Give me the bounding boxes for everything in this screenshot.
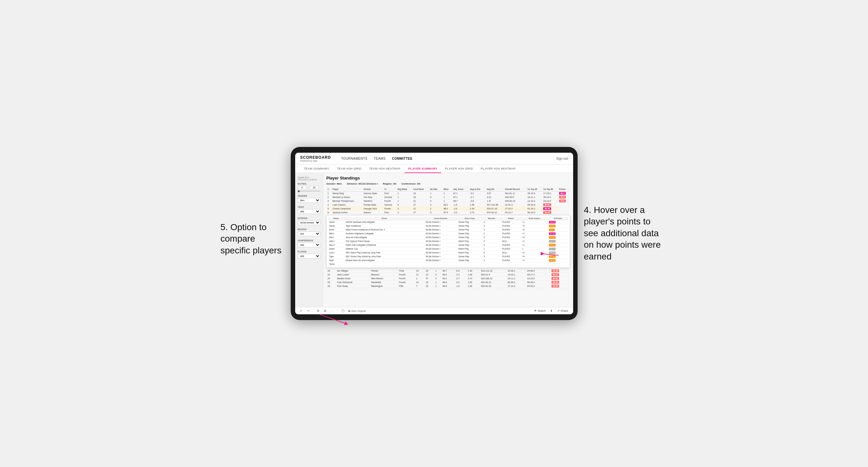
table-header-row: # Player School Yr Reg Rank Conf Rank No… bbox=[327, 187, 570, 192]
slider-thumb[interactable] bbox=[298, 190, 300, 192]
tablet-screen: SCOREBOARD Powered by clipp TOURNAMENTS … bbox=[295, 153, 573, 314]
col-vs-top25: Vs Top 25 bbox=[526, 187, 542, 192]
toolbar-watch[interactable]: 👁 Watch bbox=[533, 309, 547, 313]
tooltip-popup: Player Event Event Division Event Type R… bbox=[327, 215, 570, 268]
sub-navbar: TEAM SUMMARY TEAM H2H GRID TEAM H2H HEAT… bbox=[295, 165, 573, 173]
table-row: 2 Michael La Sasso Ole Miss Second 1 18 … bbox=[327, 195, 570, 199]
tooltip-row: Brent Wake Forest Invitational at Pinehu… bbox=[328, 228, 568, 232]
subnav-player-h2h-heatmap[interactable]: PLAYER H2H HEATMAP bbox=[477, 165, 520, 173]
toolbar-undo[interactable]: ↩ bbox=[299, 309, 304, 313]
toolbar-download[interactable]: ⬇ bbox=[549, 309, 554, 313]
filter-division: Division: NCAA Division I bbox=[347, 182, 378, 185]
table-row: 24 Bastien Amat New Mexico Fourth 1 27 2… bbox=[327, 277, 570, 281]
view-icon: ◉ bbox=[348, 310, 350, 312]
outer-wrapper: 5. Option to compare specific players 4.… bbox=[291, 147, 578, 320]
nav-teams[interactable]: TEAMS bbox=[374, 156, 386, 161]
w-points-badge[interactable]: 34.11 bbox=[549, 240, 556, 243]
tooltip-row: Tiger SEC Stroke Play hosted by Jerry Pa… bbox=[328, 255, 568, 258]
standings-table: # Player School Yr Reg Rank Conf Rank No… bbox=[327, 187, 570, 215]
toolbar-sep-2 bbox=[337, 309, 338, 313]
no-rds-to-input[interactable] bbox=[310, 186, 319, 189]
col-vs-top50: Vs Top 50 bbox=[542, 187, 558, 192]
tooltip-row: Techo bbox=[328, 262, 568, 266]
toolbar-share[interactable]: ↗ Share bbox=[556, 309, 569, 313]
w-points-badge[interactable]: 53.60 bbox=[549, 225, 556, 227]
sign-out-link[interactable]: Sign out bbox=[556, 157, 568, 160]
sidebar-year: Year (All) bbox=[298, 206, 320, 214]
w-points-badge[interactable]: 30.47 bbox=[549, 248, 556, 250]
points-badge[interactable]: 40.02 bbox=[552, 277, 559, 280]
brand-subtitle: Powered by clipp bbox=[300, 160, 331, 162]
points-badge[interactable]: 70.0 bbox=[559, 199, 566, 203]
toolbar-redo[interactable]: ↪ bbox=[306, 309, 310, 313]
toolbar-copy[interactable]: ⊞ bbox=[323, 309, 328, 313]
subnav-player-summary[interactable]: PLAYER SUMMARY bbox=[404, 165, 441, 173]
gender-select[interactable]: Men bbox=[298, 198, 320, 203]
player-select[interactable]: (All) bbox=[298, 254, 320, 258]
no-rds-row: - bbox=[298, 186, 320, 189]
subnav-team-h2h-heatmap[interactable]: TEAM H2H HEATMAP bbox=[365, 165, 404, 173]
col-rank: # bbox=[327, 187, 331, 192]
points-badge[interactable]: 40.27 bbox=[552, 273, 559, 276]
tooltip-row: David Williams Cup NCAA Division I Match… bbox=[328, 247, 568, 251]
w-points-badge[interactable]: 57.57 bbox=[549, 236, 556, 239]
w-points-badge[interactable]: 35.90 bbox=[549, 251, 556, 254]
w-points-badge[interactable]: 56.18 bbox=[549, 255, 556, 258]
subnav-player-h2h-grid[interactable]: PLAYER H2H GRID bbox=[441, 165, 477, 173]
table-row: 25 Cole Sherwood Vanderbilt Fourth 12 23… bbox=[327, 281, 570, 284]
no-rds-from-input[interactable] bbox=[298, 186, 307, 189]
filter-row: Gender: Men Division: NCAA Division I Re… bbox=[327, 182, 570, 185]
points-badge[interactable]: 38.94 bbox=[543, 204, 551, 206]
table-row: 1 Wenyi Ding Arizona State First 1 15 1 … bbox=[327, 192, 570, 195]
points-badge[interactable]: 58.18 bbox=[543, 211, 551, 214]
col-school: School bbox=[363, 187, 383, 192]
slider-track[interactable] bbox=[298, 191, 320, 192]
region-select[interactable]: N/A bbox=[298, 231, 320, 236]
points-badge[interactable]: 38.49 bbox=[552, 285, 559, 287]
toolbar-sep-1 bbox=[313, 309, 313, 313]
filter-conference: Conference: All bbox=[401, 182, 420, 185]
col-points: Points bbox=[558, 187, 570, 192]
toolbar-settings[interactable]: ⚙ bbox=[316, 309, 320, 313]
w-points-badge[interactable]: 48.64 bbox=[549, 221, 556, 223]
tooltip-table: Player Event Event Division Event Type R… bbox=[328, 217, 568, 266]
col-conf-rank: Conf Rank bbox=[412, 187, 429, 192]
col-to-par: Avg to-Par bbox=[469, 187, 486, 192]
col-player: Player bbox=[331, 187, 363, 192]
points-badge[interactable]: 76.2 bbox=[559, 196, 566, 198]
toolbar-clock[interactable]: 🕐 bbox=[340, 309, 345, 313]
update-time: Update time: 27/01/2024 16:56:26 bbox=[298, 176, 320, 181]
points-badge[interactable]: 40.68 bbox=[552, 269, 559, 272]
annotation-top-right: 4. Hover over a player's points to see a… bbox=[584, 204, 667, 262]
col-wins: Wins bbox=[442, 187, 452, 192]
region-label: Region bbox=[298, 228, 320, 230]
year-select[interactable]: (All) bbox=[298, 209, 320, 214]
subnav-team-h2h-grid[interactable]: TEAM H2H GRID bbox=[333, 165, 365, 173]
year-label: Year bbox=[298, 206, 320, 208]
points-badge[interactable]: 39.95 bbox=[552, 281, 559, 284]
points-badge[interactable]: 98.2 bbox=[559, 192, 566, 195]
w-points-badge[interactable]: 66.40 bbox=[549, 259, 556, 262]
division-select[interactable]: NCAA Division I bbox=[298, 220, 320, 225]
w-points-badge[interactable]: 40.7 bbox=[549, 228, 555, 231]
w-points-badge[interactable]: 16.50 bbox=[549, 244, 556, 246]
w-points-badge[interactable]: 73.33 bbox=[549, 232, 556, 235]
main-content: Update time: 27/01/2024 16:56:26 No Rds.… bbox=[295, 173, 573, 307]
table-area: Player Standings Gender: Men Division: N… bbox=[323, 173, 573, 307]
table-row: 4 Luke Clanton Florida State Second 5 27… bbox=[327, 203, 570, 207]
sidebar-region: Region N/A bbox=[298, 228, 320, 236]
view-label: View: Original bbox=[351, 310, 366, 312]
nav-tournaments[interactable]: TOURNAMENTS bbox=[341, 156, 368, 161]
tooltip-row: Jake I The Cypress Point Classic NCAA Di… bbox=[328, 240, 568, 243]
toolbar-more[interactable]: ⋯ bbox=[330, 309, 335, 313]
points-badge[interactable]: 80.49 bbox=[543, 207, 551, 210]
tooltip-row: Marc Amer An Intercollegiate NCAA Divisi… bbox=[328, 236, 568, 240]
annotation-bottom-left: 5. Option to compare specific players bbox=[221, 222, 287, 256]
nav-committee[interactable]: COMMITTEE bbox=[392, 156, 413, 161]
toolbar-view[interactable]: ◉ View: Original bbox=[348, 310, 366, 312]
col-avg-sg: Avg SG bbox=[486, 187, 504, 192]
tablet-device: SCOREBOARD Powered by clipp TOURNAMENTS … bbox=[291, 147, 578, 320]
subnav-team-summary[interactable]: TEAM SUMMARY bbox=[300, 165, 333, 173]
conference-select[interactable]: (All) bbox=[298, 243, 320, 247]
col-adj-score: Adj. Score bbox=[452, 187, 469, 192]
